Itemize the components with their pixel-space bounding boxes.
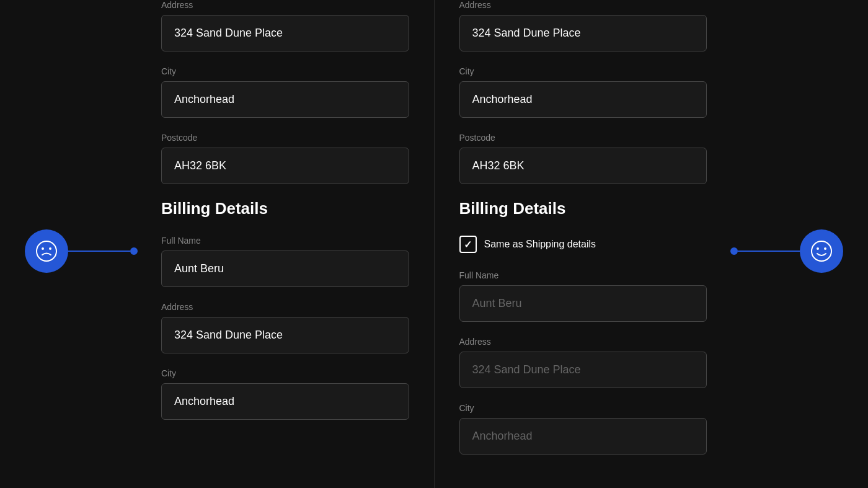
left-billing-city-label: City — [161, 368, 409, 378]
right-shipping-address-input[interactable] — [459, 15, 707, 51]
left-shipping-postcode-label: Postcode — [161, 133, 409, 143]
right-shipping-city-label: City — [459, 66, 707, 76]
same-as-shipping-row[interactable]: Same as Shipping details — [459, 236, 707, 253]
right-sentiment-indicator — [730, 229, 843, 273]
right-shipping-postcode-input[interactable] — [459, 148, 707, 184]
same-as-shipping-checkbox[interactable] — [459, 236, 477, 253]
svg-point-0 — [37, 241, 56, 261]
right-billing-city-input[interactable] — [459, 418, 707, 455]
right-sentiment-dot — [730, 247, 738, 255]
right-shipping-address-label: Address — [459, 0, 707, 10]
left-billing-section-title: Billing Details — [161, 199, 409, 218]
happy-face-circle — [800, 229, 843, 273]
right-shipping-city-input[interactable] — [459, 81, 707, 118]
right-billing-address-label: Address — [459, 337, 707, 347]
right-billing-address-input[interactable] — [459, 352, 707, 388]
right-billing-fullname-label: Full Name — [459, 270, 707, 280]
svg-point-2 — [49, 247, 51, 250]
left-shipping-address-label: Address — [161, 0, 409, 10]
svg-point-1 — [42, 247, 44, 250]
left-shipping-postcode-input[interactable] — [161, 148, 409, 184]
right-sentiment-line — [738, 251, 800, 252]
left-sentiment-line — [68, 251, 130, 252]
left-shipping-address-input[interactable] — [161, 15, 409, 51]
left-billing-address-input[interactable] — [161, 317, 409, 353]
left-billing-address-label: Address — [161, 302, 409, 312]
happy-face-icon — [810, 240, 833, 262]
same-as-shipping-label: Same as Shipping details — [484, 239, 596, 250]
right-billing-section-title: Billing Details — [459, 199, 707, 218]
left-shipping-city-input[interactable] — [161, 81, 409, 118]
sad-face-icon — [35, 240, 58, 262]
right-shipping-postcode-label: Postcode — [459, 133, 707, 143]
svg-point-3 — [812, 241, 831, 261]
left-billing-fullname-input[interactable] — [161, 251, 409, 287]
left-sentiment-dot — [130, 247, 138, 255]
right-billing-fullname-input[interactable] — [459, 285, 707, 322]
left-billing-fullname-label: Full Name — [161, 236, 409, 246]
right-billing-city-label: City — [459, 403, 707, 413]
sad-face-circle — [25, 229, 68, 273]
svg-point-5 — [824, 247, 826, 250]
svg-point-4 — [817, 247, 819, 250]
left-sentiment-indicator — [25, 229, 138, 273]
left-billing-city-input[interactable] — [161, 383, 409, 420]
left-shipping-city-label: City — [161, 66, 409, 76]
